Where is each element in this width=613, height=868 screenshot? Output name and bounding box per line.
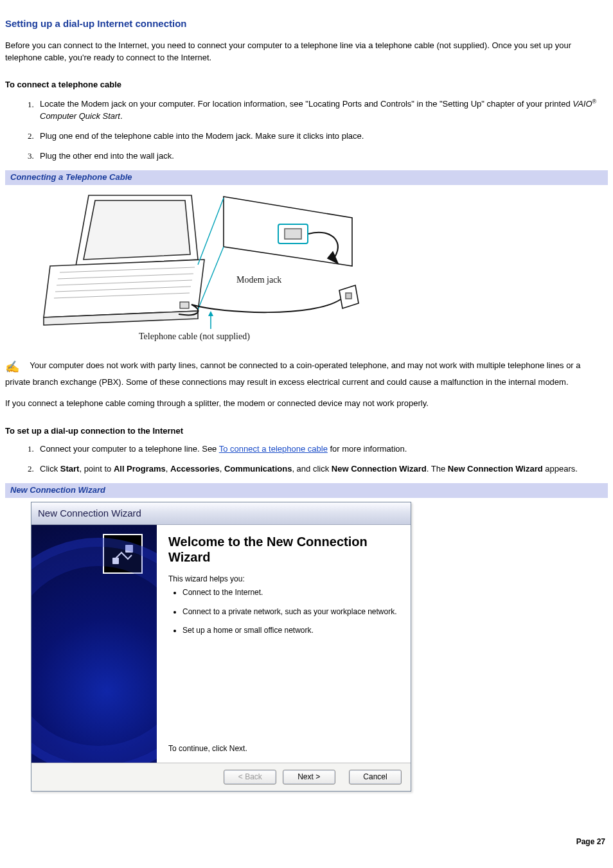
wizard-side-graphic (31, 525, 157, 763)
step2-2-e: , and click (292, 464, 331, 474)
step-2: Plug one end of the telephone cable into… (36, 130, 608, 143)
step2-2-start: Start (60, 464, 80, 474)
svg-rect-20 (112, 558, 119, 564)
subheading-setup-dialup: To set up a dial-up connection to the In… (5, 425, 608, 438)
step2-2-g: appears. (543, 464, 578, 474)
svg-marker-1 (84, 200, 190, 260)
step2-2-d: , (220, 464, 224, 474)
step-1-reg: ® (592, 98, 597, 105)
figure-title-cable: Connecting a Telephone Cable (5, 170, 608, 185)
step-1-vaio: VAIO (573, 100, 592, 109)
subheading-connect-cable: To connect a telephone cable (5, 79, 608, 91)
step2-2-accessories: Accessories (170, 464, 220, 474)
step2-1-b: for more information. (328, 444, 407, 454)
wizard-helps-text: This wizard helps you: (168, 574, 398, 585)
wizard-heading: Welcome to the New Connection Wizard (168, 534, 398, 565)
back-button[interactable]: < Back (224, 770, 276, 784)
step2-2-ncw: New Connection Wizard (332, 464, 427, 474)
wizard-window: New Connection Wizard Welcome to the New… (31, 502, 411, 792)
diagram-label-telephone-cable: Telephone cable (not supplied) (139, 330, 250, 343)
step-1-period: . (120, 111, 123, 121)
step2-2-ncw2: New Connection Wizard (448, 464, 543, 474)
step2-2-b: , point to (79, 464, 113, 474)
steps-setup-dialup: Connect your computer to a telephone lin… (5, 443, 608, 475)
svg-rect-21 (125, 545, 133, 553)
step-3: Plug the other end into the wall jack. (36, 150, 608, 163)
wizard-titlebar: New Connection Wizard (31, 502, 411, 525)
next-button[interactable]: Next > (283, 770, 335, 784)
wizard-continue-text: To continue, click Next. (168, 718, 398, 754)
step2-1: Connect your computer to a telephone lin… (36, 443, 608, 456)
svg-rect-17 (180, 302, 189, 308)
svg-rect-16 (346, 293, 351, 299)
step-1: Locate the Modem jack on your computer. … (36, 98, 608, 123)
steps-connect-cable: Locate the Modem jack on your computer. … (5, 98, 608, 163)
diagram-label-modem-jack: Modem jack (236, 274, 281, 287)
note-1-text: Your computer does not work with party l… (5, 360, 581, 387)
step2-2-allprograms: All Programs (114, 464, 166, 474)
svg-line-13 (198, 198, 224, 265)
note-paragraph-2: If you connect a telephone cable coming … (5, 398, 608, 410)
step-1-text-a: Locate the Modem jack on your computer. … (40, 100, 573, 109)
step2-2-a: Click (40, 464, 60, 474)
step2-2-communications: Communications (224, 464, 292, 474)
wizard-side-icon (103, 534, 143, 574)
figure-wizard: New Connection Wizard Welcome to the New… (5, 498, 608, 792)
figure-cable-diagram: Modem jack Telephone cable (not supplied… (5, 185, 608, 342)
wizard-bullet-2: Connect to a private network, such as yo… (182, 607, 398, 617)
page-heading: Setting up a dial-up Internet connection (5, 17, 608, 31)
wizard-button-bar: < Back Next > Cancel (31, 763, 411, 791)
svg-rect-11 (285, 229, 301, 239)
wizard-bullet-3: Set up a home or small office network. (182, 625, 398, 636)
link-connect-telephone-cable[interactable]: To connect a telephone cable (219, 444, 328, 454)
note-icon: ✍ (5, 359, 21, 375)
svg-marker-19 (208, 311, 213, 316)
note-paragraph-1: ✍ Your computer does not work with party… (5, 360, 608, 389)
wizard-content: Welcome to the New Connection Wizard Thi… (157, 525, 411, 763)
intro-paragraph: Before you can connect to the Internet, … (5, 40, 608, 64)
cancel-button[interactable]: Cancel (349, 770, 402, 784)
figure-title-wizard: New Connection Wizard (5, 483, 608, 498)
wizard-bullet-1: Connect to the Internet. (182, 587, 398, 598)
step2-2-f: . The (427, 464, 448, 474)
step2-1-a: Connect your computer to a telephone lin… (40, 444, 219, 454)
step2-2: Click Start, point to All Programs, Acce… (36, 463, 608, 475)
step-1-quickstart: Computer Quick Start (40, 111, 120, 121)
step2-2-c: , (166, 464, 170, 474)
laptop-diagram-svg (31, 189, 365, 337)
